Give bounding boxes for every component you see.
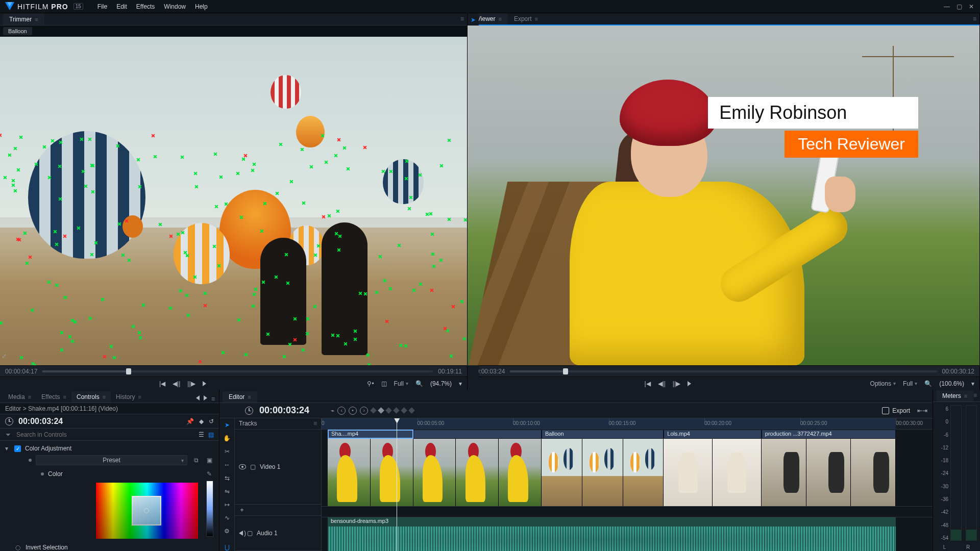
options-dropdown[interactable]: Options xyxy=(870,380,896,387)
zoom-icon[interactable]: 🔍 xyxy=(924,380,932,387)
marker-icon[interactable] xyxy=(408,407,415,414)
keyframe-dot-icon[interactable] xyxy=(41,472,44,475)
play-button[interactable] xyxy=(688,381,691,386)
marker-icon[interactable] xyxy=(370,407,377,414)
play-button[interactable] xyxy=(203,381,206,386)
zoom-menu-icon[interactable]: ▾ xyxy=(971,380,974,387)
marker-icon[interactable] xyxy=(393,407,400,414)
hamburger-icon[interactable]: ≡ xyxy=(535,16,538,22)
visibility-icon[interactable] xyxy=(239,464,246,469)
pin-icon[interactable]: 📌 xyxy=(186,418,194,425)
menu-edit[interactable]: Edit xyxy=(116,3,127,10)
settings-icon[interactable]: ⚙ xyxy=(222,528,232,535)
panel-menu-icon[interactable]: ≡ xyxy=(211,395,215,403)
slip-tool-icon[interactable]: ↦ xyxy=(222,501,232,508)
link-viewers-icon[interactable]: ⤢ xyxy=(0,351,9,361)
copy-preset-icon[interactable]: ⧉ xyxy=(191,456,201,465)
tracking-tool-icon[interactable]: ⚲• xyxy=(367,380,374,387)
color-cursor[interactable] xyxy=(132,496,161,525)
clip-tab-balloon[interactable]: Balloon xyxy=(3,27,32,35)
viewer-viewport[interactable]: Emily Robinson Tech Reviewer xyxy=(468,26,979,365)
add-track-row[interactable]: ＋ xyxy=(235,505,321,516)
viewer-scrubber[interactable] xyxy=(510,370,937,372)
tab-controls[interactable]: Controls≡ xyxy=(71,391,111,403)
export-button[interactable]: Export xyxy=(882,407,910,414)
enable-checkbox[interactable]: ✓ xyxy=(14,445,21,452)
timeline-canvas[interactable]: 000:00:05:0000:00:10:0000:00:15:0000:00:… xyxy=(322,418,933,551)
panel-menu-icon[interactable]: ≡ xyxy=(973,15,976,22)
marker-icon[interactable] xyxy=(401,407,407,414)
disclose-icon[interactable]: ▾ xyxy=(5,445,10,452)
speaker-icon[interactable] xyxy=(239,531,243,536)
video-clip[interactable] xyxy=(413,430,542,439)
tab-trimmer[interactable]: Trimmer≡ xyxy=(3,14,44,25)
rate-tool-icon[interactable]: ∿ xyxy=(222,514,232,521)
tab-meters[interactable]: Meters≡ xyxy=(936,390,973,402)
trimmer-viewport[interactable] xyxy=(0,37,467,365)
tab-editor[interactable]: Editor≡ xyxy=(223,391,257,403)
maximize-button[interactable]: ▢ xyxy=(955,3,963,10)
search-input[interactable] xyxy=(16,431,193,438)
step-back-button[interactable]: ◀|| xyxy=(173,380,180,387)
menu-effects[interactable]: Effects xyxy=(136,3,155,10)
video-clip[interactable]: production ...3772427.mp4 xyxy=(762,430,896,439)
hamburger-icon[interactable]: ≡ xyxy=(498,16,501,22)
tab-media[interactable]: Media≡ xyxy=(3,391,36,403)
audio-track-header[interactable]: ▢ Audio 1 xyxy=(235,516,321,551)
reset-icon[interactable]: ↺ xyxy=(209,418,214,425)
mask-tool-icon[interactable]: ◫ xyxy=(381,380,387,387)
roll-tool-icon[interactable]: ⇋ xyxy=(222,488,232,495)
kf-toggle-button[interactable]: • xyxy=(349,407,357,415)
ripple-tool-icon[interactable]: ⇆ xyxy=(222,474,232,482)
tab-effects[interactable]: Effects≡ xyxy=(36,391,71,403)
keyframe-icon[interactable]: ◆ xyxy=(199,418,204,425)
trimmer-scrubber[interactable] xyxy=(42,370,433,372)
hamburger-icon[interactable]: ≡ xyxy=(35,16,38,22)
nav-fwd-icon[interactable] xyxy=(204,395,207,400)
slice-tool-icon[interactable]: ✂ xyxy=(222,448,232,455)
color-picker[interactable] xyxy=(96,483,198,539)
panel-menu-icon[interactable]: ≡ xyxy=(460,15,464,22)
minimize-button[interactable]: — xyxy=(943,3,950,10)
brightness-slider[interactable] xyxy=(206,481,213,537)
video-clip[interactable]: Balloon xyxy=(542,430,664,439)
step-fwd-button[interactable]: ||▶ xyxy=(187,380,195,387)
prev-frame-button[interactable]: |◀ xyxy=(645,380,651,387)
step-back-button[interactable]: ◀|| xyxy=(658,380,666,387)
invert-selection-row[interactable]: ◌ Invert Selection xyxy=(0,542,219,551)
in-out-icon[interactable]: ⇤⇥ xyxy=(917,407,927,414)
snap-tool-icon[interactable]: ↔ xyxy=(222,461,232,468)
magnet-icon[interactable]: ⋃ xyxy=(222,544,232,551)
preset-dropdown[interactable]: Preset xyxy=(36,455,187,465)
kf-prev-button[interactable]: ‹ xyxy=(337,407,346,415)
time-ruler[interactable]: 000:00:05:0000:00:10:0000:00:15:0000:00:… xyxy=(322,418,933,430)
filter-icon[interactable]: ⏷ xyxy=(5,431,11,438)
quality-dropdown[interactable]: Full xyxy=(394,380,408,387)
video-track-header[interactable]: ▢ Video 1 xyxy=(235,430,321,505)
panel-menu-icon[interactable]: ≡ xyxy=(973,392,977,399)
lock-icon[interactable]: ▢ xyxy=(250,463,256,470)
tab-export[interactable]: Export≡ xyxy=(508,13,544,24)
menu-help[interactable]: Help xyxy=(195,3,208,10)
audio-clip[interactable]: bensound-dreams.mp3 xyxy=(328,517,896,527)
playhead[interactable] xyxy=(397,418,397,551)
kf-next-button[interactable]: › xyxy=(360,407,368,415)
list-view-icon[interactable]: ☰ xyxy=(199,431,204,438)
eyedropper-icon[interactable]: ✎ xyxy=(205,469,214,479)
zoom-menu-icon[interactable]: ▾ xyxy=(459,380,462,387)
select-tool-icon[interactable]: ➤ xyxy=(469,15,478,24)
close-button[interactable]: ✕ xyxy=(968,3,975,10)
step-fwd-button[interactable]: ||▶ xyxy=(673,380,680,387)
zoom-icon[interactable]: 🔍 xyxy=(415,380,423,387)
quality-dropdown[interactable]: Full xyxy=(903,380,917,387)
keyframe-dot-icon[interactable] xyxy=(29,459,32,462)
hand-tool-icon[interactable]: ✋ xyxy=(222,435,232,442)
video-clip[interactable]: Lols.mp4 xyxy=(664,430,762,439)
save-preset-icon[interactable]: ▣ xyxy=(205,456,214,465)
pointer-tool-icon[interactable]: ➤ xyxy=(222,421,232,429)
video-track[interactable]: Sha....mp4BalloonLols.mp4production ...3… xyxy=(322,430,933,506)
menu-file[interactable]: File xyxy=(97,3,107,10)
snap-icon[interactable]: ⌁ xyxy=(331,407,334,414)
tracks-menu-icon[interactable]: ≡ xyxy=(313,420,317,427)
expand-icon[interactable]: ◌ xyxy=(15,544,20,551)
